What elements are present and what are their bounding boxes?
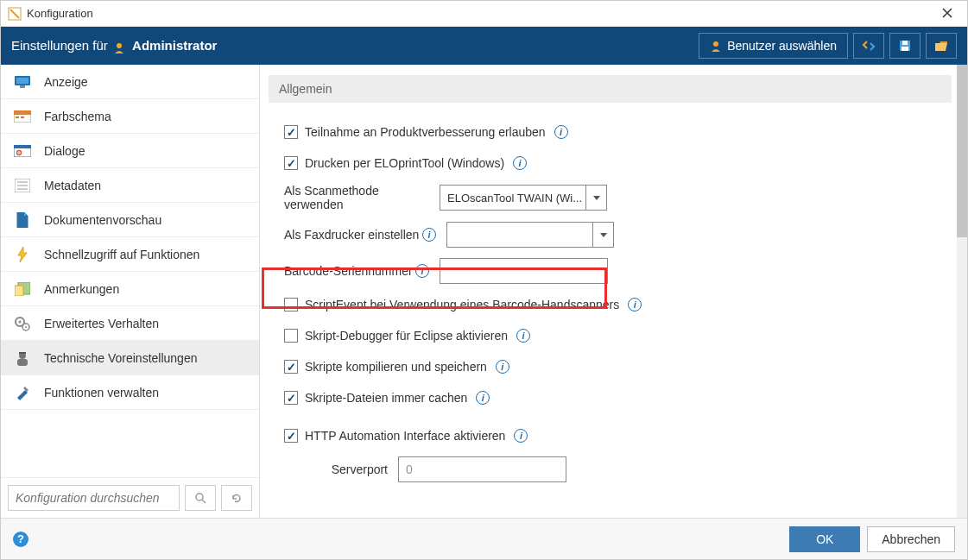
note-icon (13, 280, 32, 298)
svg-rect-8 (20, 85, 25, 88)
sidebar-item-erweitert[interactable]: Erweitertes Verhalten (1, 306, 259, 341)
checkbox-product-improvement[interactable] (284, 125, 298, 139)
svg-point-24 (19, 320, 22, 323)
content-area: Allgemein Teilnahme an Produktverbesseru… (260, 65, 967, 498)
sidebar-item-anmerkungen[interactable]: Anmerkungen (1, 272, 259, 306)
checkbox-debugger[interactable] (284, 329, 298, 343)
sidebar: Anzeige Farbschema Dialoge Metadaten Dok… (1, 65, 260, 518)
info-icon[interactable]: i (415, 264, 429, 278)
app-icon (8, 7, 22, 21)
label-fax-printer: Als Faxdrucker einstellen (284, 228, 422, 242)
reset-button[interactable] (221, 485, 252, 511)
user-icon (113, 41, 125, 53)
svg-rect-12 (21, 116, 24, 118)
lightning-icon (13, 246, 32, 263)
label-cache: Skripte-Dateien immer cachen (305, 391, 467, 405)
info-icon[interactable]: i (628, 298, 642, 311)
label-print-tool: Drucken per ELOprintTool (Windows) (305, 156, 504, 170)
gears-icon (13, 315, 32, 332)
sidebar-item-dokumentenvorschau[interactable]: Dokumentenvorschau (1, 203, 259, 237)
label-scan-method: Als Scanmethode verwenden (284, 184, 440, 211)
chevron-down-icon[interactable] (586, 185, 607, 211)
header-bar: Einstellungen für Administrator Benutzer… (1, 27, 967, 65)
dropdown-fax-printer[interactable] (446, 222, 614, 248)
sidebar-item-dialoge[interactable]: Dialoge (1, 134, 259, 168)
label-product-improvement: Teilnahme an Produktverbesserung erlaube… (305, 125, 546, 139)
svg-rect-14 (14, 145, 31, 148)
transfer-button[interactable] (853, 33, 884, 59)
svg-rect-11 (16, 116, 19, 118)
sidebar-item-farbschema[interactable]: Farbschema (1, 99, 259, 134)
close-button[interactable] (934, 6, 960, 22)
footer: ? OK Abbrechen (1, 518, 967, 559)
settings-for-label: Einstellungen für Administrator (11, 38, 217, 53)
svg-rect-29 (19, 352, 26, 354)
titlebar: Konfiguration (1, 1, 967, 27)
sidebar-item-metadaten[interactable]: Metadaten (1, 168, 259, 203)
search-input[interactable] (8, 485, 180, 511)
sidebar-item-schnellzugriff[interactable]: Schnellzugriff auf Funktionen (1, 237, 259, 272)
technician-icon (13, 349, 32, 367)
open-button[interactable] (926, 33, 957, 59)
info-icon[interactable]: i (516, 329, 530, 343)
label-compile: Skripte kompilieren und speichern (305, 360, 487, 374)
tools-icon (13, 384, 32, 401)
section-header: Allgemein (269, 75, 952, 103)
checkbox-cache[interactable] (284, 391, 298, 405)
help-button[interactable]: ? (13, 532, 28, 547)
form-icon (13, 177, 32, 194)
info-icon[interactable]: i (496, 360, 509, 374)
info-icon[interactable]: i (422, 228, 436, 242)
label-script-event: ScriptEvent bei Verwendung eines Barcode… (305, 298, 619, 311)
chevron-down-icon[interactable] (593, 222, 614, 248)
checkbox-print-tool[interactable] (284, 156, 298, 170)
svg-rect-28 (17, 359, 28, 366)
label-barcode-serial: Barcode-Seriennummer (284, 264, 415, 278)
svg-rect-7 (16, 78, 28, 84)
info-icon[interactable]: i (476, 391, 490, 405)
scrollbar-thumb[interactable] (957, 65, 967, 237)
svg-rect-22 (15, 286, 23, 296)
search-button[interactable] (185, 485, 216, 511)
svg-rect-4 (902, 41, 908, 45)
sidebar-item-anzeige[interactable]: Anzeige (1, 65, 259, 99)
sidebar-item-technische[interactable]: Technische Voreinstellungen (1, 341, 259, 375)
label-serverport: Serverport (303, 462, 398, 476)
palette-icon (13, 108, 32, 125)
save-button[interactable] (889, 33, 921, 59)
svg-point-30 (196, 494, 203, 500)
input-serverport[interactable] (398, 456, 566, 482)
input-barcode-serial[interactable] (440, 258, 608, 284)
svg-point-26 (25, 326, 27, 328)
dialog-icon (13, 142, 32, 160)
svg-point-16 (18, 152, 20, 154)
info-icon[interactable]: i (514, 429, 528, 443)
scrollbar-track[interactable] (957, 65, 967, 518)
label-debugger: Skript-Debugger für Eclipse aktivieren (305, 329, 508, 343)
cancel-button[interactable]: Abbrechen (867, 526, 955, 552)
dropdown-scan-method[interactable]: ELOscanTool TWAIN (Wi... (440, 185, 607, 211)
info-icon[interactable]: i (554, 125, 568, 139)
svg-line-31 (202, 500, 206, 503)
monitor-icon (13, 73, 32, 91)
checkbox-script-event[interactable] (284, 298, 298, 311)
checkbox-http[interactable] (284, 429, 298, 443)
svg-point-1 (117, 43, 122, 48)
ok-button[interactable]: OK (789, 526, 860, 552)
window-title: Konfiguration (27, 7, 934, 20)
checkbox-compile[interactable] (284, 360, 298, 374)
info-icon[interactable]: i (513, 156, 527, 170)
document-icon (13, 211, 32, 229)
svg-rect-10 (14, 110, 31, 115)
svg-point-2 (713, 41, 718, 47)
svg-rect-5 (902, 47, 908, 51)
label-http: HTTP Automation Interface aktivieren (305, 429, 505, 443)
sidebar-item-funktionen[interactable]: Funktionen verwalten (1, 375, 259, 410)
select-user-button[interactable]: Benutzer auswählen (699, 33, 848, 59)
